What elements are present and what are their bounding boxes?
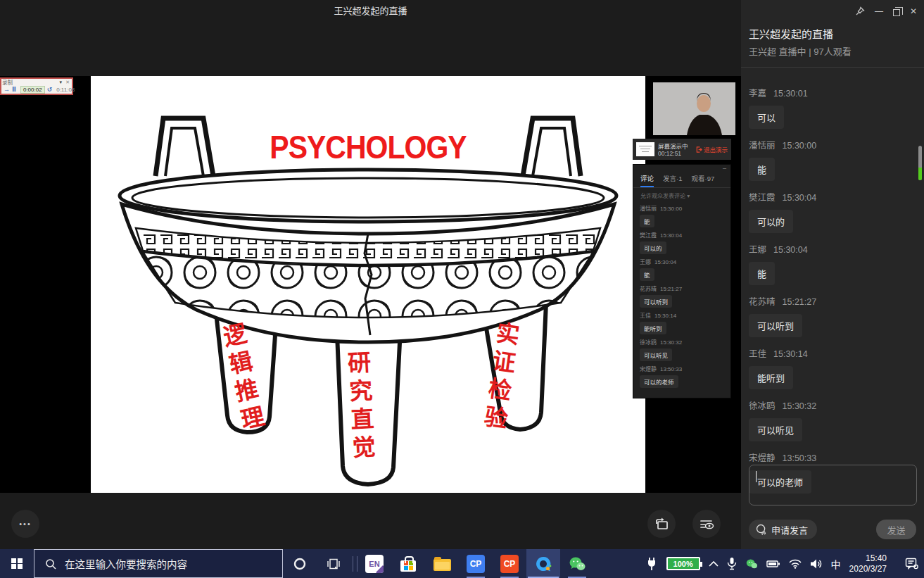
pin-icon[interactable] (855, 6, 865, 16)
chat-message: 王娜15:30:04 能 (749, 242, 913, 285)
viewer-list-button[interactable] (692, 510, 721, 538)
battery-tray-icon[interactable] (766, 558, 780, 570)
file-explorer-icon (433, 559, 451, 571)
recording-close-icon[interactable]: ✕ (65, 80, 70, 85)
chat-message: 李嘉15:30:01 可以 (749, 86, 913, 129)
recording-repeat-button[interactable]: ↺ (47, 87, 53, 93)
taskbar-app-cp-blue[interactable]: CP (459, 549, 493, 578)
taskbar-separator (353, 556, 353, 572)
preview-tab-comments[interactable]: 评论 (640, 173, 654, 187)
page-title: 王兴超发起的直播 (0, 4, 741, 17)
taskbar-app-tencent-ketang[interactable] (526, 549, 560, 578)
preview-thumbnail (636, 142, 654, 156)
sidebar-divider (741, 67, 924, 68)
tencent-ketang-icon (534, 555, 552, 573)
scrollbar-new-message-indicator (918, 168, 922, 180)
screen: 王兴超发起的直播 (0, 0, 924, 578)
taskbar-search-input[interactable]: 在这里输入你要搜索的内容 (34, 549, 283, 578)
exit-presentation-label: 退出演示 (704, 145, 728, 153)
layout-switch-icon (653, 515, 670, 532)
microphone-tray-icon[interactable] (727, 557, 737, 570)
presenter-video (653, 82, 735, 135)
preview-tab-speaking[interactable]: 发言·1 (663, 173, 682, 187)
minimize-icon[interactable]: — (875, 6, 883, 17)
preview-message: 徐冰鸥15:30:32 可以听见 (633, 338, 730, 361)
preview-tab-viewers[interactable]: 观看·97 (691, 173, 714, 187)
cortana-icon (293, 557, 307, 571)
shared-screen-stage: PSYCHOLOGY 逻辑推理 研究直觉 实证检验 (0, 76, 741, 493)
preview-timer: 00:12:51 (658, 150, 696, 157)
ime-indicator[interactable]: 中 (831, 557, 841, 571)
stream-status: 王兴超 直播中 | 97人观看 (749, 44, 852, 58)
exit-icon (696, 146, 702, 153)
restore-icon[interactable] (893, 9, 900, 16)
preview-status: 屏幕演示中 (658, 142, 696, 150)
volume-icon[interactable] (810, 558, 823, 570)
exit-presentation-button[interactable]: 退出演示 (696, 145, 728, 153)
live-player-area: 王兴超发起的直播 (0, 0, 741, 549)
preview-chat-panel: – 评论 发言·1 观看·97 允许观众发表评论 ▾ 潘恬丽15:30:00 (633, 164, 731, 398)
preview-message: 花苏晴15:21:27 可以听到 (633, 284, 730, 308)
presentation-slide: PSYCHOLOGY 逻辑推理 研究直觉 实证检验 (91, 76, 645, 493)
send-button[interactable]: 发送 (876, 520, 916, 539)
wechat-tray-icon[interactable] (745, 558, 758, 570)
recording-next-button[interactable]: → (4, 87, 10, 93)
preview-tabs: 评论 发言·1 观看·97 (633, 171, 730, 187)
preview-message: 王娜15:30:04 能 (633, 258, 730, 281)
clock-date: 2020/3/27 (849, 564, 887, 574)
more-options-button[interactable]: ••• (11, 510, 39, 538)
preview-topbar: 屏幕演示中 00:12:51 退出演示 (633, 139, 731, 160)
layout-switch-button[interactable] (647, 510, 676, 538)
chat-input[interactable] (749, 465, 917, 505)
cortana-button[interactable] (283, 549, 317, 578)
wechat-icon (568, 555, 586, 573)
chat-message: 樊江霞15:30:04 可以的 (749, 190, 913, 233)
taskbar-app-wechat[interactable] (560, 549, 594, 578)
microsoft-store-icon (400, 560, 416, 572)
preview-message: 宋煜静13:50:33 可以的老师 (633, 365, 730, 388)
endnote-icon: EN (365, 555, 384, 573)
taskbar-app-endnote[interactable]: EN (357, 549, 391, 578)
chat-scrollbar[interactable] (918, 146, 922, 180)
list-eye-icon (698, 515, 715, 532)
recording-pause-button[interactable]: Ⅱ (12, 87, 16, 93)
tray-chevron-up-icon[interactable] (709, 561, 719, 567)
notification-center-icon[interactable] (905, 558, 918, 570)
taskbar-app-file-explorer[interactable] (425, 549, 459, 578)
live-chat-sidebar: — ✕ 王兴超发起的直播 王兴超 直播中 | 97人观看 李嘉15:30:01 … (741, 0, 924, 549)
chat-message: 花苏晴15:21:27 可以听到 (749, 294, 913, 337)
preview-message-list: 潘恬丽15:30:00 能 樊江霞15:30:04 可以的 王娜15:30:04… (633, 204, 730, 388)
window-controls: — ✕ (855, 6, 917, 17)
chat-message: 王佳15:30:14 能听到 (749, 346, 913, 389)
raise-hand-icon (755, 523, 768, 536)
taskbar-app-cp-red[interactable]: CP (493, 549, 526, 578)
request-speak-label: 申请发言 (771, 523, 808, 536)
wifi-icon[interactable] (789, 559, 802, 569)
taskbar-clock[interactable]: 15:40 2020/3/27 (849, 553, 887, 574)
search-icon (44, 558, 57, 570)
recording-dropdown-icon[interactable]: ▾ (60, 80, 63, 85)
task-view-icon (327, 557, 341, 571)
battery-percent-indicator[interactable]: 100% (666, 557, 700, 570)
recording-total-time: 0:11:08 (56, 87, 75, 93)
recording-toolbar-title: 录制 (2, 78, 13, 86)
power-plug-icon[interactable] (645, 557, 658, 571)
system-tray: 100% (645, 553, 924, 574)
preview-message: 王佳15:30:14 能听到 (633, 311, 730, 334)
preview-minimize-button[interactable]: – (633, 165, 730, 171)
slide-leg-label-research: 研究直觉 (346, 350, 374, 464)
slide-heading: PSYCHOLOGY (91, 129, 645, 166)
text-cursor (756, 471, 757, 482)
close-icon[interactable]: ✕ (910, 6, 917, 17)
task-view-button[interactable] (317, 549, 350, 578)
start-button[interactable] (0, 549, 34, 578)
preview-message: 潘恬丽15:30:00 能 (633, 204, 730, 227)
presenter-screen-preview: 屏幕演示中 00:12:51 退出演示 – 评论 (633, 139, 731, 398)
preview-message: 樊江霞15:30:04 可以的 (633, 231, 730, 254)
chat-message: 徐冰鸥15:30:32 可以听见 (749, 398, 913, 441)
taskbar-app-store[interactable] (391, 549, 425, 578)
request-speak-button[interactable]: 申请发言 (749, 520, 817, 539)
cp-red-app-icon: CP (500, 555, 519, 573)
chat-message-list: 李嘉15:30:01 可以 潘恬丽15:30:00 能 樊江霞15:30:04 … (749, 86, 913, 503)
preview-allow-comments-dropdown[interactable]: 允许观众发表评论 ▾ (633, 188, 730, 201)
